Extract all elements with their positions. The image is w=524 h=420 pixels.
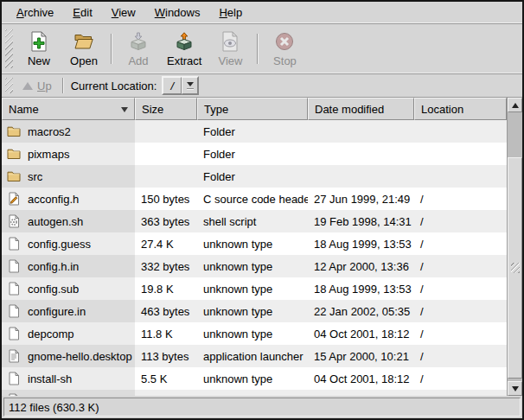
document-icon — [7, 304, 21, 318]
sort-indicator-icon — [121, 107, 128, 112]
column-header-type[interactable]: Type — [197, 98, 308, 120]
scroll-down-button[interactable] — [508, 381, 522, 396]
column-header-location[interactable]: Location — [414, 98, 507, 120]
file-name: install-sh — [28, 372, 72, 385]
cell-size — [135, 165, 197, 188]
cell-size: 363 bytes — [135, 210, 197, 232]
folder-icon — [7, 124, 21, 138]
document-icon — [7, 372, 21, 385]
cell-name: pixmaps — [2, 143, 135, 165]
menu-help[interactable]: Help — [209, 3, 252, 22]
cell-date: 18 Aug 1999, 13:53 — [308, 277, 414, 300]
open-button[interactable]: Open — [61, 27, 106, 72]
cell-size: 19.8 K — [135, 277, 197, 300]
archive-manager-window: Archive Edit View Windows Help New Open — [0, 0, 524, 420]
cell-type: C source code header — [197, 188, 308, 210]
stop-button[interactable]: Stop — [262, 27, 307, 72]
cell-date: 12 Apr 2000, 13:36 — [308, 255, 414, 277]
combobox-dropdown-button[interactable] — [182, 77, 198, 94]
table-row[interactable]: install-sh5.5 Kunknown type04 Oct 2001, … — [2, 367, 507, 390]
cell-name: install-sh — [2, 367, 135, 390]
cell-size: 332 bytes — [135, 255, 197, 277]
cell-date: 04 Oct 2001, 18:12 — [308, 322, 414, 345]
statusbar: 112 files (630.3 K) — [2, 396, 522, 418]
cell-type: Folder — [197, 165, 308, 188]
file-name: config.guess — [28, 238, 91, 251]
menu-archive[interactable]: Archive — [7, 3, 63, 22]
table-row[interactable]: gnome-hello.desktop113 bytesapplication … — [2, 345, 507, 367]
new-button[interactable]: New — [16, 27, 61, 72]
cell-date: 04 Oct 2001, 18:12 — [308, 367, 414, 390]
cell-name: src — [2, 165, 135, 188]
cell-location: / — [414, 232, 507, 255]
column-header-date-modified[interactable]: Date modified — [308, 98, 414, 120]
cell-size: 113 bytes — [135, 345, 197, 367]
table-row[interactable]: acconfig.h150 bytesC source code header2… — [2, 188, 507, 210]
cell-size: 11.8 K — [135, 322, 197, 345]
scrollbar-grip — [511, 263, 520, 273]
location-bar: Up Current Location: / — [2, 74, 522, 97]
table-row[interactable]: depcomp11.8 Kunknown type04 Oct 2001, 18… — [2, 322, 507, 345]
scroll-up-button[interactable] — [508, 98, 522, 112]
extract-button[interactable]: Extract — [161, 27, 208, 72]
menu-windows[interactable]: Windows — [145, 3, 210, 22]
table-row[interactable]: config.h.in332 bytesunknown type12 Apr 2… — [2, 255, 507, 277]
toolbar: New Open Add — [2, 24, 522, 74]
view-file-icon — [220, 31, 240, 52]
table-row[interactable]: pixmapsFolder — [2, 143, 507, 165]
cell-size: 463 bytes — [135, 300, 197, 322]
file-name: config.sub — [28, 283, 79, 296]
file-name: configure.in — [28, 305, 86, 318]
vertical-scrollbar[interactable] — [507, 98, 522, 396]
table-row[interactable]: autogen.sh363 bytesshell script19 Feb 19… — [2, 210, 507, 232]
add-button[interactable]: Add — [116, 27, 161, 72]
cell-location: / — [414, 277, 507, 300]
stop-button-label: Stop — [273, 54, 297, 67]
new-button-label: New — [28, 54, 50, 67]
cell-date — [308, 143, 414, 165]
menu-edit[interactable]: Edit — [63, 3, 101, 22]
cell-date: 19 Feb 1998, 14:31 — [308, 210, 414, 232]
arrow-down-icon — [512, 386, 519, 391]
add-button-label: Add — [128, 54, 148, 67]
scrollbar-trough[interactable] — [508, 112, 522, 381]
document-icon — [7, 327, 21, 340]
column-header-name[interactable]: Name — [2, 98, 135, 120]
cell-type — [197, 390, 308, 396]
file-list: macros2Folder pixmapsFolder srcFolder ac… — [2, 120, 507, 396]
table-row[interactable]: config.guess27.4 Kunknown type18 Aug 199… — [2, 232, 507, 255]
table-row[interactable]: config.sub19.8 Kunknown type18 Aug 1999,… — [2, 277, 507, 300]
cell-location — [414, 143, 507, 165]
folder-icon — [7, 147, 21, 161]
table-row[interactable]: macros2Folder — [2, 120, 507, 143]
cell-size: 5.5 K — [135, 367, 197, 390]
location-combobox[interactable]: / — [162, 76, 199, 95]
file-name: autogen.sh — [28, 215, 83, 228]
arrow-up-icon — [512, 103, 519, 108]
scrollbar-thumb[interactable] — [508, 157, 522, 379]
cell-size — [135, 143, 197, 165]
table-row[interactable]: configure.in463 bytesunknown type22 Jan … — [2, 300, 507, 322]
statusbar-box: 112 files (630.3 K) — [3, 398, 521, 417]
toolbar-drag-handle[interactable] — [5, 29, 13, 68]
table-row[interactable]: srcFolder — [2, 165, 507, 188]
menu-view[interactable]: View — [102, 3, 145, 22]
cell-name: autogen.sh — [2, 210, 135, 232]
file-name: macros2 — [28, 125, 71, 138]
column-header-size[interactable]: Size — [135, 98, 197, 120]
up-arrow-icon — [22, 82, 33, 90]
cell-name: configure.in — [2, 300, 135, 322]
cell-date: 15 Apr 2000, 10:21 — [308, 345, 414, 367]
cell-name: config.sub — [2, 277, 135, 300]
up-button[interactable]: Up — [16, 78, 58, 94]
cell-name: acconfig.h — [2, 188, 135, 210]
view-button[interactable]: View — [208, 27, 252, 72]
file-name: config.h.in — [28, 260, 79, 273]
cell-location: / — [414, 322, 507, 345]
cell-size: 150 bytes — [135, 188, 197, 210]
location-combobox-value: / — [163, 77, 182, 94]
table-row-partial[interactable] — [2, 390, 507, 396]
file-name: gnome-hello.desktop — [28, 350, 132, 363]
cell-name: config.h.in — [2, 255, 135, 277]
locationbar-drag-handle[interactable] — [5, 78, 13, 93]
